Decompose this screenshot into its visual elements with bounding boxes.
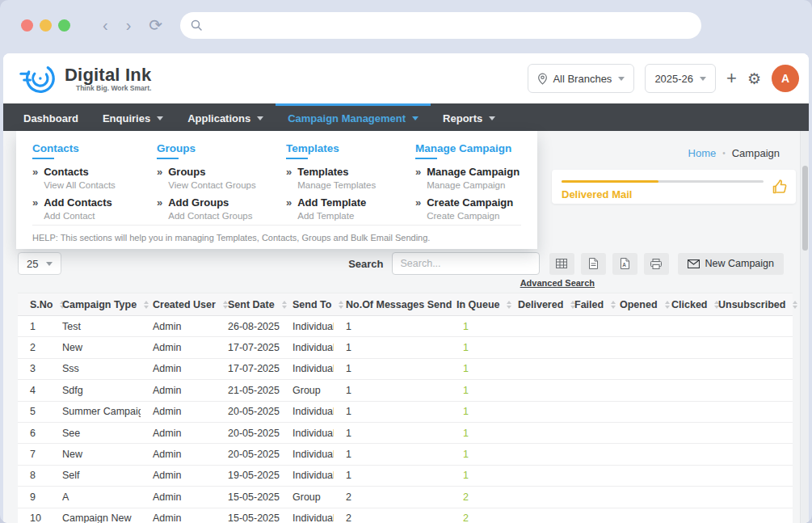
- year-selector-value: 2025-26: [654, 73, 693, 85]
- column-header-in-queue[interactable]: In Queue: [444, 299, 506, 310]
- url-bar[interactable]: [180, 12, 701, 39]
- scrollbar-thumb[interactable]: [802, 166, 808, 251]
- minimize-window-icon[interactable]: [40, 19, 52, 32]
- menu-column-title[interactable]: Groups: [157, 142, 286, 154]
- delivered-mail-card[interactable]: Delivered Mail: [552, 170, 796, 204]
- cell-in-queue: 1: [444, 342, 506, 353]
- logo[interactable]: Digital Ink Think Big. Work Smart.: [18, 59, 151, 98]
- column-header-send-to[interactable]: Send To: [280, 299, 334, 310]
- copy-table-button[interactable]: [549, 253, 574, 275]
- scrollbar-track[interactable]: [800, 131, 809, 523]
- double-chevron-icon: »: [286, 167, 292, 190]
- table-row: 5Summer CampaignAdmin20-05-2025Individua…: [18, 402, 793, 423]
- page: Digital Ink Think Big. Work Smart. All B…: [3, 53, 809, 523]
- table-row: 7NewAdmin20-05-2025Individual11: [18, 444, 793, 465]
- export-excel-button[interactable]: [581, 253, 606, 275]
- cell-s-no: 2: [18, 342, 50, 353]
- column-header-created-user[interactable]: Created User: [141, 299, 216, 310]
- menu-column-title[interactable]: Manage Campaign: [415, 142, 521, 154]
- maximize-window-icon[interactable]: [58, 19, 70, 32]
- avatar[interactable]: A: [772, 65, 799, 92]
- menu-item-label: Add Groups: [168, 197, 252, 209]
- nav-item-label: Campaign Management: [288, 112, 406, 124]
- cell-in-queue: 1: [444, 321, 506, 332]
- search-input[interactable]: [392, 252, 540, 275]
- cell-s-no: 1: [18, 321, 50, 332]
- reload-icon[interactable]: ⟳: [149, 15, 162, 35]
- table-row: 3SssAdmin17-07-2025Individual11: [18, 359, 793, 380]
- column-header-delivered[interactable]: Delivered: [506, 299, 562, 310]
- column-header-clicked[interactable]: Clicked: [659, 299, 706, 310]
- menu-item-sublabel: Create Campaign: [427, 211, 513, 221]
- menu-item-create-campaign[interactable]: »Create CampaignCreate Campaign: [415, 197, 521, 221]
- column-header-opened[interactable]: Opened: [608, 299, 659, 310]
- menu-item-add-template[interactable]: »Add TemplateAdd Template: [286, 197, 415, 221]
- column-header-campaign-type[interactable]: Campaign Type: [50, 299, 141, 310]
- nav-item-reports[interactable]: Reports: [431, 103, 507, 131]
- sort-icon[interactable]: [793, 301, 797, 309]
- cell-no-of-messages-send: 1: [334, 321, 444, 332]
- menu-item-templates[interactable]: »TemplatesManage Templates: [286, 167, 415, 190]
- cell-s-no: 7: [18, 449, 50, 460]
- column-header-no-of-messages-send[interactable]: No.Of Messages Send: [334, 299, 444, 310]
- campaign-table: S.NoCampaign TypeCreated UserSent DateSe…: [18, 293, 793, 523]
- gear-icon[interactable]: ⚙: [747, 71, 761, 86]
- envelope-icon: [688, 259, 700, 268]
- menu-item-add-contacts[interactable]: »Add ContactsAdd Contact: [32, 197, 157, 221]
- forward-icon[interactable]: ›: [126, 17, 132, 33]
- back-icon[interactable]: ‹: [103, 17, 108, 33]
- new-campaign-button[interactable]: New Campaign: [678, 253, 784, 275]
- column-header-unsubscribed[interactable]: Unsubscribed: [706, 299, 797, 310]
- menu-column-title[interactable]: Templates: [286, 142, 415, 154]
- table-row: 10Campaign NewAdmin15-05-2025Individual2…: [18, 508, 793, 523]
- search-label: Search: [348, 258, 383, 270]
- cell-campaign-type: New: [50, 449, 141, 460]
- cell-no-of-messages-send: 2: [334, 491, 444, 503]
- year-selector[interactable]: 2025-26: [645, 64, 716, 93]
- close-window-icon[interactable]: [21, 19, 33, 32]
- advanced-search-link[interactable]: Advanced Search: [520, 278, 595, 288]
- column-header-sent-date[interactable]: Sent Date: [216, 299, 280, 310]
- table-row: 1TestAdmin26-08-2025Individual11: [18, 316, 793, 337]
- browser-window: ‹ › ⟳: [0, 0, 812, 523]
- breadcrumb-home-link[interactable]: Home: [688, 147, 717, 159]
- cell-campaign-type: See: [50, 428, 141, 439]
- print-button[interactable]: [644, 253, 669, 275]
- column-header-s-no[interactable]: S.No: [18, 299, 50, 310]
- cell-s-no: 3: [18, 363, 50, 374]
- menu-item-contacts[interactable]: »ContactsView All Contacts: [32, 167, 157, 190]
- nav-item-enquiries[interactable]: Enquiries: [90, 103, 175, 131]
- thumbs-up-icon: [770, 178, 789, 197]
- cell-s-no: 9: [18, 491, 50, 503]
- menu-item-add-groups[interactable]: »Add GroupsAdd Contact Groups: [157, 197, 286, 221]
- branch-selector[interactable]: All Branches: [528, 64, 634, 93]
- title-underline: [32, 158, 54, 159]
- table-row: 2NewAdmin17-07-2025Individual11: [18, 337, 793, 358]
- nav-item-dashboard[interactable]: Dashboard: [11, 103, 90, 131]
- cell-send-to: Group: [280, 385, 334, 396]
- cell-in-queue: 2: [444, 491, 506, 503]
- cell-in-queue: 1: [444, 363, 506, 374]
- chevron-down-icon: [700, 77, 706, 81]
- column-header-failed[interactable]: Failed: [562, 299, 608, 310]
- breadcrumb-current: Campaign: [732, 147, 780, 159]
- chevron-down-icon: [489, 116, 495, 120]
- double-chevron-icon: »: [415, 167, 421, 190]
- menu-column-title[interactable]: Contacts: [32, 142, 157, 154]
- menu-item-manage-campaign[interactable]: »Manage CampaignManage Campaign: [415, 167, 521, 190]
- page-size-select[interactable]: 25: [18, 252, 61, 275]
- nav-item-campaign-management[interactable]: Campaign Management: [276, 103, 431, 131]
- cell-in-queue: 1: [444, 385, 506, 396]
- cell-send-to: Individual: [280, 342, 334, 353]
- cell-s-no: 5: [18, 406, 50, 417]
- add-icon[interactable]: +: [726, 70, 737, 87]
- cell-s-no: 8: [18, 470, 50, 481]
- brand-tagline: Think Big. Work Smart.: [76, 84, 151, 92]
- menu-item-groups[interactable]: »GroupsView Contact Groups: [157, 167, 286, 190]
- pdf-file-icon: A: [621, 258, 629, 269]
- export-pdf-button[interactable]: A: [612, 253, 637, 275]
- menu-item-label: Add Template: [297, 197, 366, 209]
- nav-item-applications[interactable]: Applications: [175, 103, 276, 131]
- table-row: 4SdfgAdmin21-05-2025Group11: [18, 380, 793, 401]
- cell-no-of-messages-send: 1: [334, 406, 444, 417]
